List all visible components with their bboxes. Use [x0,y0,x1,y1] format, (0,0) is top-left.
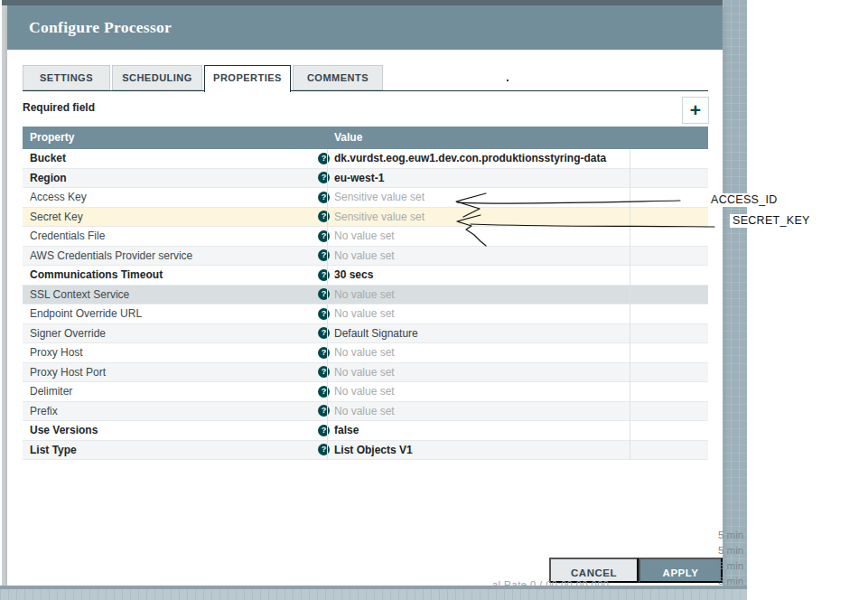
table-row: Delimiter?No value set [23,382,708,402]
value-column-header: Value [334,127,362,149]
background-status-bar [0,589,747,600]
property-value[interactable]: dk.vurdst.eog.euw1.dev.con.produktionsst… [334,149,645,168]
background-stat-5min: 5 min [718,576,749,588]
tab-underline [23,90,708,91]
property-name: Access Key [30,188,310,207]
table-row: Proxy Host?No value set [23,343,708,363]
table-row: SSL Context Service?No value set [23,286,708,305]
property-value[interactable]: false [334,421,645,440]
dialog-header: Configure Processor [7,5,723,50]
help-icon[interactable]: ? [318,347,330,359]
property-value[interactable]: No value set [334,286,645,305]
properties-table: Property Value Bucket?dk.vurdst.eog.euw1… [23,127,708,460]
property-value[interactable]: Default Signature [334,324,645,343]
property-name: Proxy Host [30,343,310,362]
help-icon[interactable]: ? [318,405,330,417]
property-name: Delimiter [30,382,310,401]
property-value[interactable]: 30 secs [334,266,645,285]
tab-properties[interactable]: PROPERTIES [204,65,291,92]
table-row: Region?eu-west-1 [23,169,708,189]
help-icon[interactable]: ? [318,425,330,436]
table-row: Credentials File?No value set [23,227,708,247]
table-row: List Type?List Objects V1 [23,441,708,461]
background-stat-5min: 5 min [718,545,749,558]
help-icon[interactable]: ? [318,249,330,261]
background-stat-5min: 5 min [718,560,749,573]
column-divider [630,149,630,460]
property-name: Credentials File [30,227,310,246]
tab-comments[interactable]: COMMENTS [293,65,383,90]
property-name: Proxy Host Port [30,363,310,382]
property-name: Communications Timeout [30,266,310,285]
property-name: Signer Override [30,324,310,343]
add-property-button[interactable]: + [682,97,709,124]
help-icon[interactable]: ? [318,386,330,398]
property-value[interactable]: Sensitive value set [334,188,645,207]
stray-dot [507,80,509,81]
table-row: AWS Credentials Provider service?No valu… [23,247,708,267]
property-name: AWS Credentials Provider service [30,247,310,266]
tab-scheduling[interactable]: SCHEDULING [112,65,202,90]
property-name: Region [30,169,310,188]
required-field-label: Required field [23,101,95,114]
property-name: Secret Key [30,208,310,227]
property-name: Endpoint Override URL [30,305,310,323]
property-value[interactable]: No value set [334,343,645,362]
table-row: Use Versions?false [23,421,708,441]
dialog-title: Configure Processor [29,5,172,50]
property-value[interactable]: No value set [334,227,645,246]
table-row: Proxy Host Port?No value set [23,363,708,383]
background-stat-5min: 5 min [718,530,749,542]
table-row: Secret Key?Sensitive value set [23,208,708,228]
property-name: Prefix [30,402,310,421]
property-name: Bucket [30,149,310,168]
table-row: Communications Timeout?30 secs [23,266,708,286]
help-icon[interactable]: ? [318,288,330,300]
property-value[interactable]: eu-west-1 [334,169,645,188]
property-value[interactable]: No value set [334,363,645,382]
help-icon[interactable]: ? [318,444,330,455]
help-icon[interactable]: ? [318,366,330,378]
tab-settings[interactable]: SETTINGS [23,65,110,90]
properties-table-body: Bucket?dk.vurdst.eog.euw1.dev.con.produk… [23,149,708,460]
apply-button[interactable]: APPLY [639,558,723,583]
property-value[interactable]: Sensitive value set [334,208,645,227]
help-icon[interactable]: ? [318,327,330,339]
property-name: List Type [30,441,310,460]
help-icon[interactable]: ? [318,153,330,164]
annotation-secret-key: SECRET_KEY [730,214,813,228]
properties-table-header: Property Value [23,127,708,149]
help-icon[interactable]: ? [318,230,330,242]
property-value[interactable]: No value set [334,247,645,266]
column-divider [327,149,328,460]
property-name: Use Versions [30,421,310,440]
table-row: Access Key?Sensitive value set [23,188,708,208]
table-row: Signer Override?Default Signature [23,324,708,344]
background-canvas: N Q [723,0,747,600]
annotation-access-id: ACCESS_ID [708,193,780,207]
property-value[interactable]: No value set [334,305,645,323]
table-row: Bucket?dk.vurdst.eog.euw1.dev.con.produk… [23,149,708,169]
table-row: Endpoint Override URL?No value set [23,305,708,324]
property-name: SSL Context Service [30,286,310,305]
help-icon[interactable]: ? [318,192,330,203]
background-status-fragment: al Rate 0 / 00:00:00.000 [492,579,609,590]
property-value[interactable]: No value set [334,382,645,401]
help-icon[interactable]: ? [318,269,330,281]
property-value[interactable]: List Objects V1 [334,441,645,460]
help-icon[interactable]: ? [318,211,330,222]
background-top-edge [2,0,723,5]
configure-processor-dialog: Configure Processor SETTINGSSCHEDULINGPR… [7,5,723,586]
help-icon[interactable]: ? [318,172,330,183]
property-column-header: Property [30,127,74,149]
property-value[interactable]: No value set [334,402,645,421]
page: N Q 5 min 5 min 5 min 5 min al Rate 0 / … [0,0,868,600]
help-icon[interactable]: ? [318,308,330,320]
table-row: Prefix?No value set [23,402,708,422]
